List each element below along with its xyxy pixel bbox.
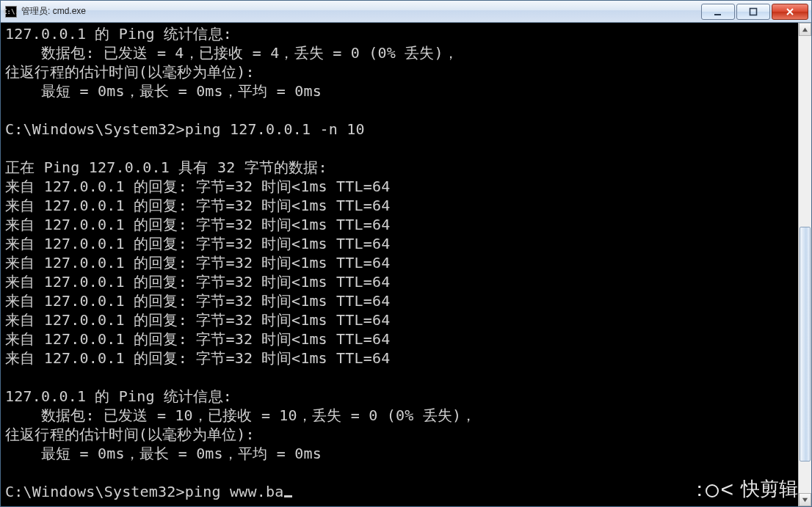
close-button[interactable] [772, 4, 808, 20]
scrollbar-thumb[interactable] [800, 227, 811, 462]
close-icon [785, 7, 795, 17]
chevron-up-icon [802, 26, 808, 33]
maximize-icon [748, 7, 758, 17]
text-cursor [284, 495, 292, 497]
scroll-up-button[interactable] [799, 23, 811, 36]
system-menu-icon[interactable]: C:\. [5, 6, 17, 18]
svg-rect-1 [750, 8, 757, 15]
cmd-window: C:\. 管理员: cmd.exe 127.0.0.1 的 Ping 统计信息:… [0, 0, 812, 507]
window-title: 管理员: cmd.exe [21, 5, 86, 18]
title-bar[interactable]: C:\. 管理员: cmd.exe [1, 1, 811, 23]
scrollbar-track[interactable] [799, 36, 811, 493]
minimize-icon [713, 7, 723, 17]
scroll-down-button[interactable] [799, 493, 811, 506]
terminal-wrapper: 127.0.0.1 的 Ping 统计信息: 数据包: 已发送 = 4，已接收 … [1, 23, 811, 506]
vertical-scrollbar[interactable] [798, 23, 811, 506]
terminal-output[interactable]: 127.0.0.1 的 Ping 统计信息: 数据包: 已发送 = 4，已接收 … [1, 23, 798, 506]
maximize-button[interactable] [736, 4, 770, 20]
window-buttons [701, 4, 810, 20]
chevron-down-icon [802, 497, 808, 503]
minimize-button[interactable] [701, 4, 735, 20]
svg-rect-0 [714, 14, 721, 15]
